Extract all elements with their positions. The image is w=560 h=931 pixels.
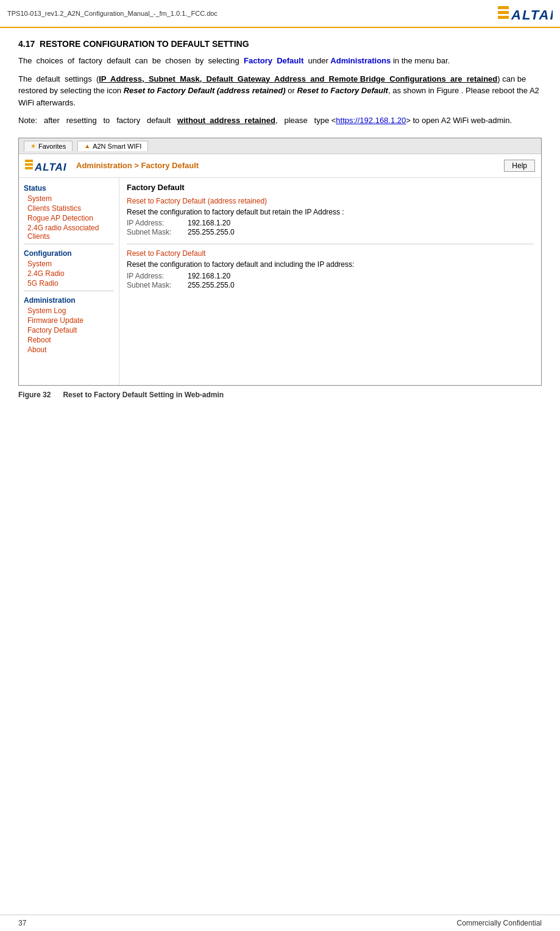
sidebar-item-factory-default[interactable]: Factory Default bbox=[19, 325, 119, 335]
filename: TPS10-013_rev1.2_A2N_Configuration_Manua… bbox=[7, 10, 218, 17]
paragraph-3-note: Note: after resetting to factory default… bbox=[18, 115, 542, 127]
webadmin-breadcrumb: Administration > Factory Default bbox=[76, 161, 199, 170]
sidebar-status-label: Status bbox=[19, 182, 119, 194]
reset-default-ref: Reset to Factory Default bbox=[297, 86, 388, 95]
ip-link[interactable]: https://192.168.1.20 bbox=[336, 116, 406, 125]
main-content: 4.17 RESTORE CONFIGURATION TO DEFAULT SE… bbox=[0, 28, 560, 417]
sidebar-item-reboot[interactable]: Reboot bbox=[19, 335, 119, 345]
mask-value-1: 255.255.255.0 bbox=[188, 228, 235, 236]
factory-row-mask-2: Subnet Mask: 255.255.255.0 bbox=[127, 281, 534, 289]
factory-section-2-label: Reset to Factory Default bbox=[127, 249, 534, 258]
sidebar-admin-label: Administration bbox=[19, 294, 119, 306]
svg-rect-4 bbox=[25, 160, 33, 162]
factory-row-mask-1: Subnet Mask: 255.255.255.0 bbox=[127, 228, 534, 236]
svg-rect-2 bbox=[498, 16, 509, 19]
browser-tab-favorites[interactable]: ★ Favorites bbox=[24, 141, 73, 151]
a2n-tab-label: A2N Smart WIFI bbox=[93, 143, 141, 150]
figure-caption: Figure 32 Reset to Factory Default Setti… bbox=[18, 391, 542, 399]
sidebar-config-label: Configuration bbox=[19, 247, 119, 259]
ip-value-2: 192.168.1.20 bbox=[188, 272, 230, 280]
paragraph-1: The choices of factory default can be ch… bbox=[18, 55, 542, 67]
factory-section-1-label: Reset to Factory Default (address retain… bbox=[127, 197, 534, 205]
webadmin-topbar-left: ALTAI Administration > Factory Default bbox=[25, 158, 199, 174]
sidebar-item-about[interactable]: About bbox=[19, 345, 119, 355]
factory-default-link: Factory Default bbox=[244, 56, 303, 65]
factory-section-1-desc: Reset the configuration to factory defau… bbox=[127, 207, 534, 218]
figure-number-label: Figure 32 bbox=[18, 391, 51, 399]
webadmin-topbar: ALTAI Administration > Factory Default H… bbox=[19, 154, 541, 178]
sidebar-divider-2 bbox=[24, 291, 114, 291]
browser-tab-a2n[interactable]: ▲ A2N Smart WIFI bbox=[77, 141, 148, 151]
sidebar-item-system-config[interactable]: System bbox=[19, 259, 119, 269]
ip-label-1: IP Address: bbox=[127, 219, 188, 227]
webadmin-body: Status System Clients Statistics Rogue A… bbox=[19, 178, 541, 385]
svg-rect-6 bbox=[25, 167, 33, 169]
favorites-tab-label: Favorites bbox=[38, 143, 66, 150]
sidebar-divider-1 bbox=[24, 244, 114, 244]
sidebar-item-system-status[interactable]: System bbox=[19, 194, 119, 204]
sidebar-item-clients-statistics[interactable]: Clients Statistics bbox=[19, 204, 119, 213]
factory-divider bbox=[127, 244, 534, 244]
section-heading: 4.17 RESTORE CONFIGURATION TO DEFAULT SE… bbox=[18, 39, 542, 49]
screenshot-box: ★ Favorites ▲ A2N Smart WIFI ALTAI Admin… bbox=[18, 138, 542, 386]
svg-rect-5 bbox=[25, 163, 33, 166]
a2n-tab-icon: ▲ bbox=[84, 143, 90, 149]
reset-retained-ref: Reset to Factory Default (address retain… bbox=[124, 86, 286, 95]
browser-bar: ★ Favorites ▲ A2N Smart WIFI bbox=[19, 138, 541, 154]
section-title: RESTORE CONFIGURATION TO DEFAULT SETTING bbox=[40, 39, 249, 49]
altai-logo: ALTAI bbox=[498, 4, 553, 23]
sidebar: Status System Clients Statistics Rogue A… bbox=[19, 178, 119, 385]
figure-caption-text: Reset to Factory Default Setting in Web-… bbox=[63, 391, 224, 399]
webadmin-logo-svg: ALTAI bbox=[25, 158, 68, 174]
page-number: 37 bbox=[18, 919, 26, 927]
mask-label-1: Subnet Mask: bbox=[127, 228, 188, 236]
panel-title: Factory Default bbox=[127, 183, 534, 192]
main-panel: Factory Default Reset to Factory Default… bbox=[119, 178, 541, 385]
svg-text:ALTAI: ALTAI bbox=[511, 7, 553, 23]
factory-row-ip-1: IP Address: 192.168.1.20 bbox=[127, 219, 534, 227]
sidebar-item-5g-radio[interactable]: 5G Radio bbox=[19, 278, 119, 288]
page-footer: 37 Commercially Confidential bbox=[0, 915, 560, 931]
help-button[interactable]: Help bbox=[504, 160, 535, 172]
paragraph-2: The default settings (IP Address, Subnet… bbox=[18, 73, 542, 109]
administrations-link: Administrations bbox=[330, 56, 391, 65]
favorites-icon: ★ bbox=[30, 143, 36, 149]
ip-value-1: 192.168.1.20 bbox=[188, 219, 230, 227]
factory-section-2-desc: Reset the configuration to factory defau… bbox=[127, 260, 534, 270]
svg-text:ALTAI: ALTAI bbox=[34, 161, 67, 173]
factory-row-ip-2: IP Address: 192.168.1.20 bbox=[127, 272, 534, 280]
sidebar-item-system-log[interactable]: System Log bbox=[19, 306, 119, 316]
ip-label-2: IP Address: bbox=[127, 272, 188, 280]
document-header: TPS10-013_rev1.2_A2N_Configuration_Manua… bbox=[0, 0, 560, 28]
without-address-retained: without address retained bbox=[177, 116, 275, 125]
svg-rect-0 bbox=[498, 6, 509, 9]
section-number: 4.17 bbox=[18, 39, 40, 49]
sidebar-item-radio-clients[interactable]: 2.4G radio Associated Clients bbox=[19, 223, 119, 241]
factory-section-1: Reset to Factory Default (address retain… bbox=[127, 197, 534, 237]
altai-logo-svg: ALTAI bbox=[498, 4, 553, 23]
sidebar-item-rogue-ap[interactable]: Rogue AP Detection bbox=[19, 213, 119, 223]
sidebar-item-firmware-update[interactable]: Firmware Update bbox=[19, 316, 119, 325]
ip-settings-ref: IP Address, Subnet Mask, Default Gateway… bbox=[99, 74, 497, 83]
mask-label-2: Subnet Mask: bbox=[127, 281, 188, 289]
svg-rect-1 bbox=[498, 11, 509, 14]
factory-section-2: Reset to Factory Default Reset the confi… bbox=[127, 249, 534, 289]
sidebar-item-24g-radio[interactable]: 2.4G Radio bbox=[19, 269, 119, 278]
confidential-label: Commercially Confidential bbox=[457, 919, 542, 927]
mask-value-2: 255.255.255.0 bbox=[188, 281, 235, 289]
